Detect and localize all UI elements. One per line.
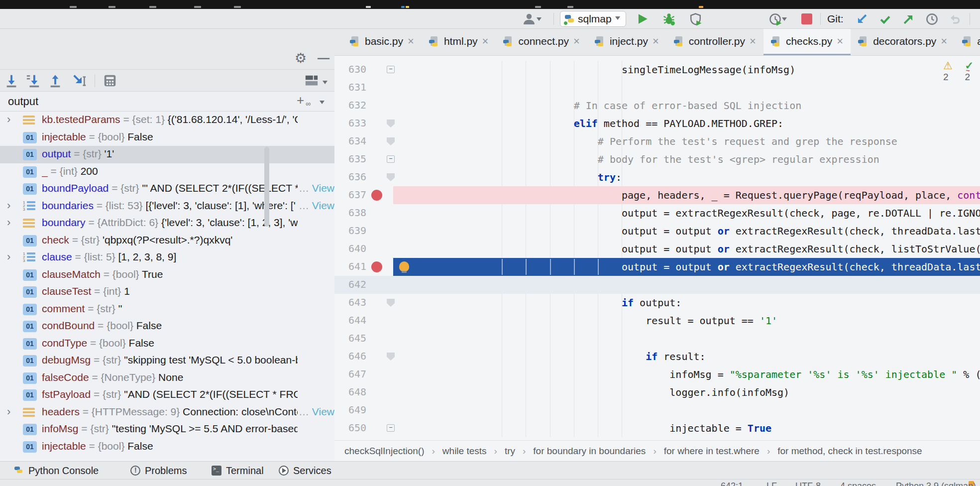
code-line-636[interactable]: 636 try: xyxy=(334,168,980,186)
toolwindow-problems[interactable]: Problems xyxy=(130,462,187,480)
line-number[interactable]: 645 xyxy=(334,332,366,344)
breadcrumb-item[interactable]: checkSqlInjection() xyxy=(344,446,425,457)
variables-scrollbar[interactable] xyxy=(264,147,269,227)
code-line-632[interactable]: 632 # In case of error-based SQL injecti… xyxy=(334,97,980,115)
tab-basic-py[interactable]: basic.py× xyxy=(342,29,422,56)
expand-chevron-icon[interactable]: › xyxy=(7,250,18,263)
code-line-643[interactable]: 643 if output: xyxy=(334,294,980,312)
code-line-633[interactable]: 633 elif method == PAYLOAD.METHOD.GREP: xyxy=(334,115,980,132)
line-number[interactable]: 637 xyxy=(334,189,366,201)
breakpoint-icon[interactable] xyxy=(371,190,382,201)
line-number[interactable]: 644 xyxy=(334,314,366,326)
line-number[interactable]: 650 xyxy=(334,422,366,434)
line-number[interactable]: 648 xyxy=(334,386,366,398)
line-number[interactable]: 640 xyxy=(334,243,366,254)
breadcrumb-item[interactable]: while tests xyxy=(442,446,487,457)
code-line-639[interactable]: 639 output = output or extractRegexResul… xyxy=(334,222,980,240)
git-push-button[interactable] xyxy=(902,10,915,27)
line-number[interactable]: 632 xyxy=(334,99,366,111)
toolwindow-terminal[interactable]: Terminal xyxy=(212,462,264,480)
variable-row-fstPayload[interactable]: 01fstPayload = {str} "AND (SELECT 2*(IF(… xyxy=(0,386,334,404)
line-number[interactable]: 638 xyxy=(334,207,366,219)
variable-row-clauseMatch[interactable]: 01clauseMatch = {bool} True xyxy=(0,266,334,284)
chevron-down-icon[interactable] xyxy=(320,101,325,107)
expand-chevron-icon[interactable]: › xyxy=(7,216,18,229)
line-number[interactable]: 643 xyxy=(334,296,366,308)
code-line-650[interactable]: 650− injectable = True xyxy=(334,419,980,437)
close-icon[interactable]: × xyxy=(837,35,843,48)
code-line-630[interactable]: 630− singleTimeLogMessage(infoMsg) xyxy=(334,61,980,79)
line-number[interactable]: 635 xyxy=(334,153,366,165)
code-editor[interactable]: ⚠ 2 ✓~ 2 630− singleTimeLogMessage(infoM… xyxy=(334,56,980,440)
toolwindow-services[interactable]: Services xyxy=(279,462,331,480)
git-update-button[interactable] xyxy=(855,10,869,27)
status-item[interactable]: 642:1 xyxy=(721,481,743,486)
git-rollback-button[interactable] xyxy=(948,10,962,27)
gear-icon[interactable]: ⚙ xyxy=(295,52,307,65)
breadcrumb-item[interactable]: try xyxy=(505,446,515,457)
variable-row-infoMsg[interactable]: 01infoMsg = {str} "testing 'MySQL >= 5.5… xyxy=(0,421,334,438)
chevron-down-icon[interactable] xyxy=(323,81,327,87)
variable-row-falseCode[interactable]: 01falseCode = {NoneType} None xyxy=(0,369,334,387)
code-line-635[interactable]: 635− # body for the test's <grep> regula… xyxy=(334,150,980,168)
code-line-649[interactable]: 649 xyxy=(334,401,980,419)
profiler-button[interactable] xyxy=(768,10,787,27)
line-number[interactable]: 641 xyxy=(334,260,366,272)
variable-row-boundPayload[interactable]: 01boundPayload = {str} "' AND (SELECT 2*… xyxy=(0,180,334,198)
tab-connect-py[interactable]: connect.py× xyxy=(496,29,587,56)
variable-row-condType[interactable]: 01condType = {bool} False xyxy=(0,335,334,353)
git-commit-button[interactable] xyxy=(878,10,892,27)
line-number[interactable]: 631 xyxy=(334,81,366,93)
close-icon[interactable]: × xyxy=(653,35,659,48)
breakpoint-icon[interactable] xyxy=(371,261,382,272)
toolwindow-python-console[interactable]: Python Console xyxy=(14,462,99,480)
evaluate-expression-button[interactable] xyxy=(103,73,117,90)
tab-decorators-py[interactable]: decorators.py× xyxy=(851,29,955,56)
status-item[interactable]: Python 3.9 (sqlmap) xyxy=(896,481,976,486)
run-button[interactable] xyxy=(636,10,649,27)
line-number[interactable]: 639 xyxy=(334,225,366,237)
stop-button[interactable] xyxy=(801,10,812,27)
debug-button[interactable] xyxy=(662,10,676,27)
intention-bulb-icon[interactable] xyxy=(399,261,409,271)
tab-controller-py[interactable]: controller.py× xyxy=(666,29,763,56)
close-icon[interactable]: × xyxy=(573,35,580,48)
close-icon[interactable]: × xyxy=(482,35,489,48)
watch-expression-field[interactable]: output + ∞ xyxy=(0,92,334,112)
run-to-cursor-button[interactable] xyxy=(72,73,88,90)
tab-html-py[interactable]: html.py× xyxy=(422,29,496,56)
line-number[interactable]: 646 xyxy=(334,350,366,362)
step-out-button[interactable] xyxy=(48,73,63,90)
view-link[interactable]: View xyxy=(312,200,334,211)
variable-row-injectable[interactable]: 01injectable = {bool} False xyxy=(0,438,334,456)
code-line-631[interactable]: 631 xyxy=(334,79,980,97)
variable-row-boundary[interactable]: ›boundary = {AttribDict: 6} {'level': 3,… xyxy=(0,215,334,232)
variable-row-output[interactable]: 01output = {str} '1' xyxy=(0,146,334,163)
git-history-button[interactable] xyxy=(925,10,939,27)
code-line-647[interactable]: 647 infoMsg = "%sparameter '%s' is '%s' … xyxy=(334,365,980,383)
variable-row-comment[interactable]: 01comment = {str} '' xyxy=(0,301,334,318)
layout-settings-icon[interactable] xyxy=(305,74,319,89)
run-configuration-select[interactable]: sqlmap xyxy=(560,11,626,27)
tab-checks-py[interactable]: checks.py× xyxy=(763,29,851,56)
line-number[interactable]: 633 xyxy=(334,117,366,129)
code-line-640[interactable]: 640 output = output or extractRegexResul… xyxy=(334,240,980,258)
tab-inject-py[interactable]: inject.py× xyxy=(587,29,666,56)
line-number[interactable]: 642 xyxy=(334,278,366,290)
status-item[interactable]: 4 spaces xyxy=(840,481,876,486)
variable-row-injectable[interactable]: 01injectable = {bool} False xyxy=(0,129,334,146)
line-number[interactable]: 636 xyxy=(334,171,366,183)
expand-chevron-icon[interactable]: › xyxy=(7,113,18,126)
hide-panel-icon[interactable]: — xyxy=(318,51,329,65)
tab-agent-py[interactable]: agent.py× xyxy=(955,29,980,56)
variable-row-debugMsg[interactable]: 01debugMsg = {str} "skipping test 'MySQL… xyxy=(0,352,334,369)
code-line-644[interactable]: 644 result = output == '1' xyxy=(334,312,980,330)
view-link[interactable]: View xyxy=(312,406,334,417)
code-line-637[interactable]: 637 page, headers, _ = Request.queryPage… xyxy=(334,186,980,204)
code-line-642[interactable]: 642 xyxy=(334,276,980,294)
code-line-648[interactable]: 648 logger.info(infoMsg) xyxy=(334,383,980,401)
variable-row-clause[interactable]: ›123clause = {list: 5} [1, 2, 3, 8, 9] xyxy=(0,249,334,266)
expand-chevron-icon[interactable]: › xyxy=(7,199,18,212)
close-icon[interactable]: × xyxy=(750,35,756,48)
variable-row-clauseTest[interactable]: 01clauseTest = {int} 1 xyxy=(0,283,334,301)
